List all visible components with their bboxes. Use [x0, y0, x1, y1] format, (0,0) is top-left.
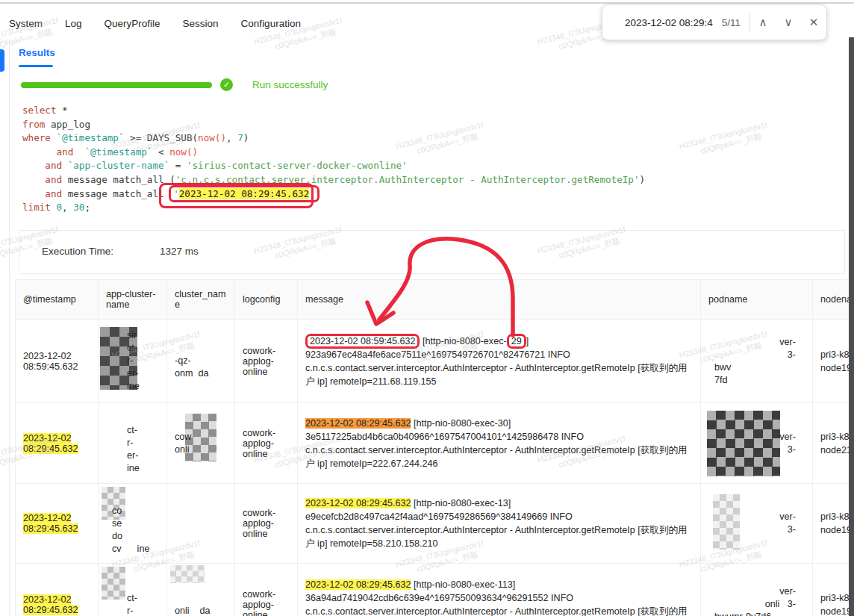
- watermark-text: H23348_I73Uqmgloizdv1fc0QRpkA==_邢颖: [679, 120, 771, 161]
- nav-item-system[interactable]: System: [9, 18, 43, 29]
- table-body: 2023-12-02 08:59:45.632sirct-r-er-ine -q…: [16, 320, 854, 616]
- find-match-highlight: 2023-12-02 08:29:45.632: [305, 579, 411, 590]
- log-query-page: SystemLogQueryProfileSessionConfiguratio…: [0, 0, 854, 616]
- sql-line: limit 0, 30;: [22, 201, 645, 215]
- column-header-logconfig: logconfig: [235, 280, 298, 320]
- find-match-highlight: 2023-12-02 08:29:45.632: [23, 513, 78, 534]
- table-header-row: @timestampapp-cluster-namecluster_namelo…: [16, 280, 854, 320]
- nav-item-configuration[interactable]: Configuration: [241, 18, 301, 29]
- cell-logconfig: cowork-applog-online: [235, 403, 298, 484]
- annotation-red-box-inline: 29: [507, 334, 526, 349]
- cell-app-cluster-name: cosedocv ine: [99, 484, 167, 564]
- cell-message: 2023-12-02 08:29:45.632 [http-nio-8080-e…: [298, 403, 701, 484]
- execution-time-value: 1327 ms: [160, 246, 199, 257]
- tab-results[interactable]: Results: [19, 47, 55, 58]
- column-header-timestamp: @timestamp: [16, 280, 99, 320]
- cell-nodename: pri3-k8snode195: [813, 320, 854, 403]
- run-status-text: Run successfully: [252, 79, 328, 90]
- cell-message: 2023-12-02 08:59:45.632 [http-nio-8080-e…: [298, 320, 701, 403]
- cell-podname: ver-3-: [701, 403, 813, 484]
- progress-bar: [21, 82, 212, 88]
- column-header-clustername: cluster_name: [167, 280, 235, 320]
- nav-item-session[interactable]: Session: [183, 18, 219, 29]
- cell-logconfig: cowork-applog-online: [235, 320, 298, 403]
- query-status-row: ✓ Run successfully: [21, 78, 328, 91]
- cell-cluster-name: cowonli: [167, 403, 235, 484]
- find-next-icon[interactable]: ∨: [776, 16, 801, 29]
- find-match-highlight: 2023-12-02 08:29:45.632: [305, 498, 411, 508]
- sql-editor[interactable]: select *from app_logwhere `@timestamp` >…: [22, 104, 645, 215]
- cell-podname: ver-3-bwv7fd: [701, 320, 813, 403]
- table-row: 2023-12-02 08:59:45.632sirct-r-er-ine -q…: [16, 320, 854, 403]
- cell-app-cluster-name: ct-r-er-ine: [99, 403, 167, 484]
- cell-timestamp: 2023-12-02 08:59:45.632: [16, 320, 99, 403]
- find-in-page-bar[interactable]: 2023-12-02 08:29:45.632 5/11 ∧ ∨ ✕: [602, 4, 827, 40]
- cell-cluster-name: [167, 484, 235, 564]
- cell-app-cluster-name: ct-r-do r-: [99, 564, 167, 616]
- find-query-input[interactable]: 2023-12-02 08:29:45.632: [602, 17, 713, 28]
- success-check-icon: ✓: [220, 78, 233, 91]
- cell-nodename: pri3-k8snode216: [813, 403, 854, 484]
- panel-left-border: [9, 41, 10, 616]
- cell-logconfig: cowork-applog-online: [235, 564, 298, 616]
- find-match-highlight: 2023-12-02 08:29:45.632: [23, 433, 78, 454]
- results-table-wrap: @timestampapp-cluster-namecluster_namelo…: [15, 279, 854, 616]
- message-text: [http-nio-8080-exec-: [420, 336, 506, 346]
- top-divider: [0, 2, 854, 4]
- results-table: @timestampapp-cluster-namecluster_namelo…: [15, 279, 854, 616]
- redacted-pixelation: [170, 565, 205, 583]
- sql-line: and message match_all ('c.n.c.s.contact.…: [22, 173, 645, 187]
- table-row: 2023-12-02 08:29:45.632 cosedocv inecowo…: [16, 484, 854, 564]
- find-match-highlight: 2023-12-02 08:29:45.632: [23, 594, 78, 615]
- find-close-icon[interactable]: ✕: [801, 16, 826, 29]
- cell-timestamp: 2023-12-02 08:29:45.632: [16, 403, 99, 484]
- execution-time-label: Execution Time:: [42, 246, 113, 257]
- cell-message: 2023-12-02 08:29:45.632 [http-nio-8080-e…: [298, 564, 701, 616]
- table-row: 2023-12-02 08:29:45.632 ct-r-do r- onli …: [16, 564, 854, 616]
- nav-item-log[interactable]: Log: [65, 18, 82, 29]
- tab-results-active-indicator: [19, 65, 53, 67]
- sql-line: from app_log: [22, 118, 645, 132]
- column-header-podname: podname: [701, 280, 813, 320]
- find-match-count: 5/11: [713, 17, 749, 28]
- column-header-message: message: [298, 280, 701, 320]
- column-header-nodename: nodename: [813, 280, 854, 320]
- execution-time-box: Execution Time: 1327 ms: [19, 230, 845, 274]
- cell-nodename: pri3-k8snode198: [813, 564, 854, 616]
- cell-timestamp: 2023-12-02 08:29:45.632: [16, 484, 99, 564]
- cell-message: 2023-12-02 08:29:45.632 [http-nio-8080-e…: [298, 484, 701, 564]
- vertical-scrollbar[interactable]: [849, 37, 854, 616]
- cell-timestamp: 2023-12-02 08:29:45.632: [16, 564, 99, 616]
- annotation-red-box-inline: '2023-12-02 08:29:45.632': [169, 185, 320, 202]
- cell-cluster-name: onli da: [167, 564, 235, 616]
- table-row: 2023-12-02 08:29:45.632 ct-r-er-inecowon…: [16, 403, 854, 484]
- cell-cluster-name: -qz-onm da: [167, 320, 235, 403]
- cell-logconfig: cowork-applog-online: [235, 484, 298, 564]
- find-active-match-highlight: 2023-12-02 08:29:45.632: [305, 418, 411, 429]
- cell-nodename: pri3-k8snode198: [813, 484, 854, 564]
- sql-line: and `@timestamp` < now(): [22, 146, 645, 160]
- find-previous-icon[interactable]: ∧: [750, 16, 776, 29]
- cell-app-cluster-name: sirct-r-er-ine: [99, 320, 167, 403]
- cell-podname: ver-3-: [701, 484, 813, 564]
- cell-podname: ver-onli 3-bwumr-9v7d6-: [701, 564, 813, 616]
- sql-line: select *: [22, 104, 645, 118]
- nav-item-queryprofile[interactable]: QueryProfile: [105, 18, 160, 29]
- column-header-app-cluster-name: app-cluster-name: [99, 280, 167, 320]
- main-nav: SystemLogQueryProfileSessionConfiguratio…: [9, 18, 301, 29]
- annotation-red-box-inline: 2023-12-02 08:59:45.632: [305, 334, 420, 349]
- sql-line: where `@timestamp` >= DAYS_SUB(now(), 7): [22, 131, 645, 146]
- sql-line: and `app-cluster-name` = 'sirius-contact…: [22, 159, 645, 173]
- sql-line: and message match_all '2023-12-02 08:29:…: [22, 187, 645, 202]
- left-edge-blue-chip: [0, 49, 4, 72]
